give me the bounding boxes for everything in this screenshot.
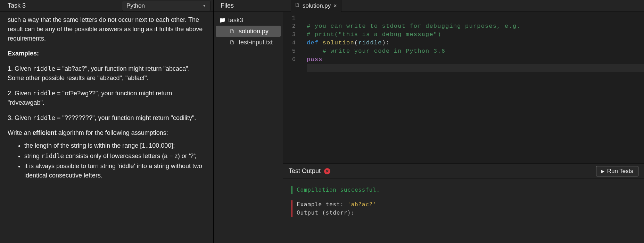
folder-label: task3 [228, 17, 243, 24]
editor-tab-bar: solution.py × [283, 0, 644, 12]
file-test-input[interactable]: test-input.txt [216, 37, 281, 48]
assumption-2: string riddle consists only of lowercase… [24, 151, 206, 161]
line-gutter: 1 2 3 4 5 6 [283, 12, 300, 162]
compile-status: Compilation successful. [291, 186, 636, 194]
language-value: Python [126, 2, 145, 9]
play-icon: ▶ [601, 169, 604, 174]
assumptions-list: the length of the string is within the r… [8, 141, 206, 180]
folder-icon [219, 17, 225, 23]
example-2: 2. Given riddle = "rd?e?wg??", your func… [8, 88, 206, 107]
code-editor[interactable]: 1 2 3 4 5 6 # you can write to stdout fo… [283, 12, 644, 162]
assumption-3: it is always possible to turn string 'ri… [24, 162, 206, 180]
assumptions-intro: Write an efficient algorithm for the fol… [8, 128, 206, 138]
chevron-down-icon: ▼ [203, 4, 206, 8]
assumption-1: the length of the string is within the r… [24, 141, 206, 150]
file-icon [230, 28, 236, 34]
status-fail-icon: ✕ [324, 168, 330, 174]
file-label: test-input.txt [239, 39, 273, 46]
example-3: 3. Given riddle = "????????", your funct… [8, 113, 206, 123]
tab-label: solution.py [303, 2, 331, 9]
file-label: solution.py [239, 28, 269, 35]
output-log[interactable]: Compilation successful. Example test: 'a… [283, 179, 644, 243]
editor-panel: solution.py × 1 2 3 4 5 6 # you can writ… [283, 0, 644, 243]
problem-panel: Task 3 Python ▼ such a way that the same… [0, 0, 214, 243]
close-icon[interactable]: × [333, 3, 337, 9]
files-panel: Files task3 solution.py test-input.txt [214, 0, 283, 243]
files-header: Files [214, 0, 283, 12]
file-solution[interactable]: solution.py [216, 26, 281, 37]
examples-heading: Examples: [8, 50, 39, 57]
example-1: 1. Given riddle = "ab?ac?", your functio… [8, 64, 206, 83]
stderr-line: Output (stderr): [291, 209, 636, 217]
problem-description[interactable]: such a way that the same letters do not … [0, 12, 213, 243]
test-output-panel: Test Output ✕ ▶ Run Tests Compilation su… [283, 163, 644, 243]
run-tests-button[interactable]: ▶ Run Tests [596, 166, 638, 176]
folder-task3[interactable]: task3 [216, 15, 281, 26]
problem-intro: such a way that the same letters do not … [8, 15, 206, 43]
file-icon [295, 2, 300, 9]
example-test-line: Example test: 'ab?ac?' [291, 200, 636, 209]
run-label: Run Tests [607, 168, 633, 175]
output-title: Test Output [289, 167, 321, 175]
tab-solution[interactable]: solution.py × [291, 0, 341, 12]
language-select[interactable]: Python ▼ [122, 1, 210, 11]
output-header: Test Output ✕ ▶ Run Tests [283, 164, 644, 179]
file-icon [230, 40, 236, 45]
code-content[interactable]: # you can write to stdout for debugging … [300, 12, 644, 162]
task-title: Task 3 [0, 2, 122, 9]
problem-header: Task 3 Python ▼ [0, 0, 213, 12]
file-tree: task3 solution.py test-input.txt [214, 12, 283, 51]
